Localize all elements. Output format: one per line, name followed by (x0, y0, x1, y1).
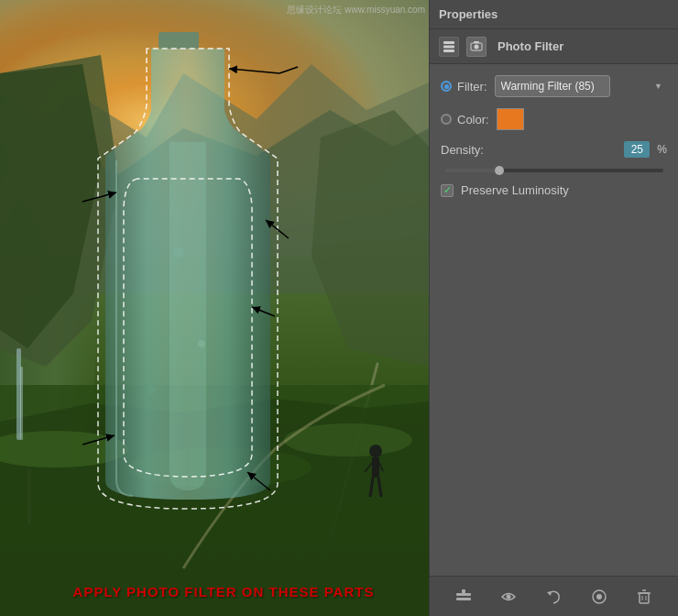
filter-select-wrapper: Warming Filter (85)Warming Filter (LBA)W… (495, 75, 668, 97)
svg-rect-12 (20, 367, 23, 440)
svg-marker-40 (547, 591, 552, 596)
density-value[interactable]: 25 (624, 141, 650, 158)
panel-content: Filter: Warming Filter (85)Warming Filte… (430, 64, 678, 576)
footer-eye-icon[interactable] (498, 586, 519, 608)
svg-rect-32 (443, 50, 454, 52)
color-radio[interactable] (441, 114, 452, 125)
svg-point-42 (596, 594, 602, 600)
caption-text: APPLY PHOTO FILTER ON THESE PARTS (18, 584, 429, 600)
svg-rect-30 (443, 41, 454, 44)
svg-line-23 (229, 69, 279, 73)
density-slider-fill (444, 169, 499, 172)
color-swatch[interactable] (497, 108, 524, 130)
svg-point-34 (475, 44, 479, 49)
svg-rect-43 (640, 593, 649, 603)
color-radio-label: Color: (441, 113, 489, 126)
svg-marker-7 (312, 110, 429, 367)
svg-point-22 (147, 385, 156, 394)
color-row: Color: (441, 108, 667, 130)
density-slider-row (441, 169, 667, 172)
svg-point-21 (198, 340, 205, 347)
filter-row: Filter: Warming Filter (85)Warming Filte… (441, 75, 667, 97)
footer-undo-icon[interactable] (542, 586, 564, 608)
bottle-svg (50, 23, 325, 564)
filter-label-text: Filter: (457, 80, 487, 94)
filter-select[interactable]: Warming Filter (85)Warming Filter (LBA)W… (495, 75, 610, 97)
footer-visibility-icon[interactable] (588, 586, 610, 608)
svg-rect-36 (456, 593, 471, 596)
preserve-luminosity-checkbox[interactable]: ✓ (441, 184, 454, 197)
panel-subheader: Photo Filter (430, 29, 678, 64)
svg-rect-37 (456, 598, 471, 600)
filter-radio[interactable] (441, 81, 452, 92)
color-label-text: Color: (457, 113, 489, 126)
preserve-luminosity-label: Preserve Luminosity (461, 183, 569, 197)
checkmark-icon: ✓ (443, 185, 452, 195)
svg-point-39 (507, 594, 511, 599)
density-percent: % (657, 143, 667, 156)
footer-layers-icon[interactable] (453, 586, 475, 608)
svg-point-20 (173, 247, 184, 258)
density-label-text: Density: (441, 143, 494, 157)
svg-rect-35 (474, 41, 479, 43)
svg-rect-38 (462, 589, 465, 593)
panel-header-title: Properties (439, 7, 498, 21)
density-row: Density: 25 % (441, 141, 667, 158)
preserve-luminosity-row: ✓ Preserve Luminosity (441, 183, 667, 197)
svg-point-13 (369, 445, 382, 457)
svg-line-29 (279, 67, 298, 73)
canvas-area: APPLY PHOTO FILTER ON THESE PARTS 思缘设计论坛… (0, 0, 429, 616)
properties-panel: Properties Photo Filter Filter: (429, 0, 678, 616)
filter-radio-label: Filter: (441, 80, 487, 94)
camera-icon-btn[interactable] (466, 37, 487, 57)
panel-footer (430, 576, 678, 616)
density-slider-thumb[interactable] (495, 166, 504, 175)
panel-header: Properties (430, 0, 678, 29)
svg-rect-14 (372, 457, 379, 478)
footer-trash-icon[interactable] (633, 586, 655, 608)
layers-icon-btn[interactable] (439, 37, 459, 57)
subheader-title: Photo Filter (498, 39, 563, 53)
svg-rect-31 (443, 45, 454, 48)
density-slider-track (444, 169, 663, 172)
svg-rect-19 (159, 32, 199, 49)
